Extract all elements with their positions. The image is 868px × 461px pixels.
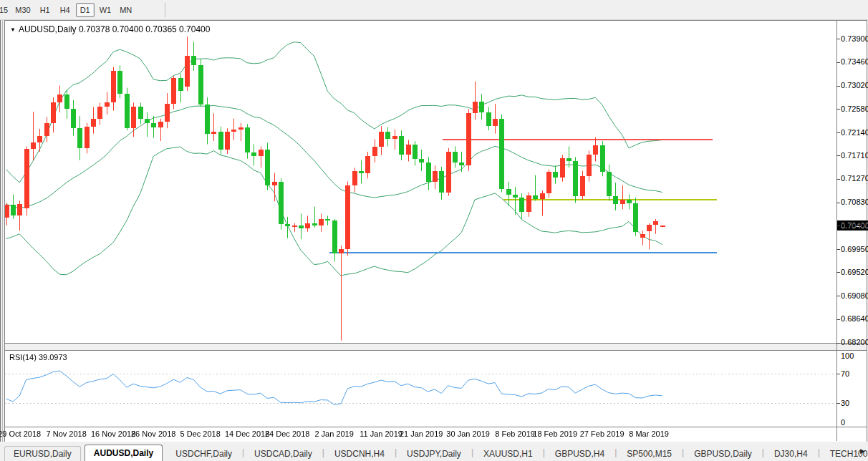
time-axis-label: 5 Dec 2018 xyxy=(180,430,221,438)
tab-separator: | xyxy=(762,447,764,457)
price-axis-label: 0.69080 xyxy=(841,291,868,301)
rsi-axis-tick xyxy=(836,374,840,374)
price-axis-label: 0.71710 xyxy=(841,151,868,160)
tab-separator: | xyxy=(682,447,684,457)
timeframe-button-w1[interactable]: W1 xyxy=(96,3,115,17)
tab-separator: | xyxy=(242,447,244,457)
price-axis-label: 0.71270 xyxy=(841,174,868,183)
time-axis-label: 21 Jan 2019 xyxy=(400,430,443,438)
main-chart-canvas[interactable] xyxy=(5,21,836,343)
time-axis-label: 24 Dec 2018 xyxy=(265,430,309,438)
chart-tab-eurusd-daily[interactable]: EURUSD,Daily xyxy=(4,446,81,461)
chart-tab-dj30-h4[interactable]: DJ30,H4 xyxy=(765,446,817,461)
pane-splitter[interactable] xyxy=(5,344,867,350)
rsi-axis-label: 100 xyxy=(841,351,868,361)
price-axis-tick xyxy=(836,86,840,87)
price-axis-tick xyxy=(836,225,840,226)
price-axis-tick xyxy=(836,343,840,344)
tab-separator: | xyxy=(818,447,820,457)
timeframe-button-h1[interactable]: H1 xyxy=(36,3,54,17)
price-axis-label: 0.70830 xyxy=(841,198,868,207)
chart-tab-gbpusd-daily[interactable]: GBPUSD,Daily xyxy=(685,446,761,461)
price-axis-label: 0.68200 xyxy=(841,338,868,347)
price-axis-tick xyxy=(836,132,840,133)
pane-border xyxy=(5,350,867,351)
timeframe-button-h4[interactable]: H4 xyxy=(56,3,74,17)
window-frame-edge xyxy=(2,20,3,461)
chart-window: ▼AUDUSD,Daily 0.70378 0.70400 0.70365 0.… xyxy=(4,20,867,442)
time-axis-label: 11 Jan 2019 xyxy=(360,430,402,438)
time-axis-label: 27 Feb 2019 xyxy=(580,430,625,438)
price-axis-tick xyxy=(836,272,840,273)
price-axis-label: 0.68640 xyxy=(841,314,868,324)
price-axis-label: 0.73900 xyxy=(841,34,868,44)
time-axis-label: 8 Feb 2019 xyxy=(495,430,535,438)
ohlc-text: AUDUSD,Daily 0.70378 0.70400 0.70365 0.7… xyxy=(19,24,211,34)
time-axis-label: 8 Mar 2019 xyxy=(629,430,669,438)
pane-border xyxy=(5,427,867,427)
timeframe-button-15[interactable]: 15 xyxy=(0,3,10,17)
chart-tab-usdchf-daily[interactable]: USDCHF,Daily xyxy=(166,446,241,461)
time-axis-label: 18 Feb 2019 xyxy=(533,430,577,438)
tab-separator: | xyxy=(322,447,324,457)
timeframe-button-mn[interactable]: MN xyxy=(116,3,135,17)
symbol-dropdown-icon[interactable]: ▼ xyxy=(10,26,16,33)
time-axis-label: 16 Nov 2018 xyxy=(91,430,135,438)
time-axis-label: 29 Oct 2018 xyxy=(0,430,41,438)
price-axis-tick xyxy=(836,249,840,250)
timeframe-toolbar: 15M30H1H4D1W1MN xyxy=(0,0,868,20)
chart-tab-bar: EURUSD,Daily|AUDUSD,Daily|USDCHF,Daily|U… xyxy=(0,442,868,461)
price-axis-label: 0.70400 xyxy=(841,220,868,230)
timeframe-button-d1[interactable]: D1 xyxy=(76,3,95,17)
time-axis-label: 26 Nov 2018 xyxy=(131,430,175,438)
rsi-axis-tick xyxy=(836,403,840,404)
chart-tab-sp500-m15[interactable]: SP500,M15 xyxy=(617,446,681,461)
price-axis-divider xyxy=(836,21,837,441)
price-axis-tick xyxy=(836,319,840,320)
chart-tab-xauusd-h1[interactable]: XAUUSD,H1 xyxy=(474,446,542,461)
timeframe-button-m30[interactable]: M30 xyxy=(11,3,34,17)
rsi-axis-label: 70 xyxy=(841,369,868,379)
toolbar-separator xyxy=(165,3,165,17)
rsi-indicator-canvas[interactable] xyxy=(5,351,836,427)
chart-tab-gbpusd-h4[interactable]: GBPUSD,H4 xyxy=(546,446,614,461)
window-frame-edge xyxy=(0,20,1,461)
time-axis-label: 14 Dec 2018 xyxy=(225,430,269,438)
tab-separator: | xyxy=(543,447,545,457)
price-axis-tick xyxy=(836,203,840,203)
chart-tab-usdjpy-daily[interactable]: USDJPY,Daily xyxy=(397,446,471,461)
tab-separator: | xyxy=(471,447,473,457)
rsi-axis-label: 30 xyxy=(841,399,868,408)
price-axis-tick xyxy=(836,39,840,39)
chart-tab-usdcnh-h4[interactable]: USDCNH,H4 xyxy=(325,446,394,461)
price-axis-label: 0.69520 xyxy=(841,268,868,277)
time-axis-label: 2 Jan 2019 xyxy=(314,430,353,438)
chart-tab-audusd-daily[interactable]: AUDUSD,Daily xyxy=(85,445,163,461)
price-axis-tick xyxy=(836,155,840,156)
tab-scroll-right-icon[interactable]: ▶ xyxy=(860,447,865,455)
time-axis-label: 30 Jan 2019 xyxy=(446,430,490,438)
price-axis-label: 0.69950 xyxy=(841,245,868,254)
mt4-application: 15M30H1H4D1W1MN ▼AUDUSD,Daily 0.70378 0.… xyxy=(0,0,868,461)
time-axis-label: 7 Nov 2018 xyxy=(47,430,87,438)
chart-tab-usdcad-daily[interactable]: USDCAD,Daily xyxy=(245,446,322,461)
rsi-indicator-label: RSI(14) 39.0973 xyxy=(9,353,67,361)
rsi-axis-label: 0 xyxy=(841,418,868,427)
price-axis-tick xyxy=(836,296,840,296)
price-axis-label: 0.73460 xyxy=(841,57,868,67)
price-axis-label: 0.72140 xyxy=(841,128,868,137)
price-axis-label: 0.72580 xyxy=(841,105,868,114)
price-axis-tick xyxy=(836,179,840,180)
tab-separator: | xyxy=(614,447,617,457)
price-axis-tick xyxy=(836,109,840,110)
price-axis-tick xyxy=(836,62,840,63)
tab-separator: | xyxy=(395,447,397,457)
symbol-ohlc-line: ▼AUDUSD,Daily 0.70378 0.70400 0.70365 0.… xyxy=(10,24,210,34)
price-axis-label: 0.73020 xyxy=(841,81,868,90)
